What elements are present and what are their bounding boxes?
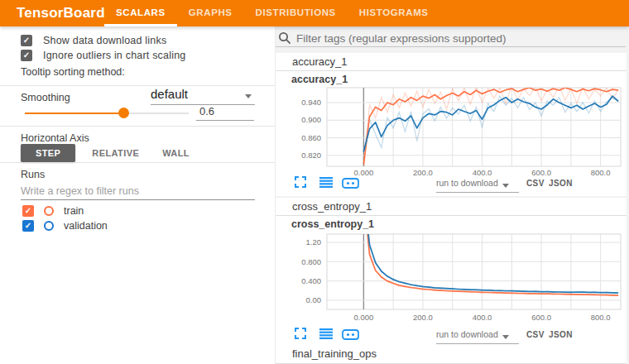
horizontal-axis-label: Horizontal Axis <box>21 132 89 144</box>
axis-step-button[interactable]: STEP <box>21 144 75 162</box>
slider-thumb[interactable] <box>118 108 129 118</box>
check-icon: ✓ <box>25 206 31 215</box>
csv-link[interactable]: CSV <box>526 330 545 339</box>
ignore-outliers-row: ✓ Ignore outliers in chart scaling <box>21 50 185 61</box>
domain-fit-icon[interactable] <box>342 328 359 343</box>
axis-wall-button[interactable]: WALL <box>151 144 201 162</box>
train-label: train <box>64 205 84 217</box>
check-icon: ✓ <box>25 221 31 230</box>
cross-entropy-chart[interactable]: 0.000.4000.8001.200.000200.0400.0600.080… <box>276 230 627 326</box>
validation-label: validation <box>64 220 108 232</box>
svg-text:800.0: 800.0 <box>591 168 611 177</box>
show-download-links-row: ✓ Show data download links <box>21 35 166 46</box>
nav-tabs: SCALARS GRAPHS DISTRIBUTIONS HISTOGRAMS <box>104 0 440 26</box>
tab-histograms[interactable]: HISTOGRAMS <box>348 0 440 26</box>
domain-fit-icon[interactable] <box>342 177 359 192</box>
json-link[interactable]: JSON <box>549 179 573 188</box>
svg-text:0.400: 0.400 <box>301 276 321 285</box>
validation-color-swatch[interactable] <box>44 221 54 231</box>
show-download-links-label: Show data download links <box>43 35 166 46</box>
svg-text:0.800: 0.800 <box>301 257 321 266</box>
csv-link[interactable]: CSV <box>526 179 545 188</box>
check-icon: ✓ <box>23 36 30 45</box>
train-checkbox[interactable]: ✓ <box>22 205 34 217</box>
show-download-links-checkbox[interactable]: ✓ <box>21 35 32 46</box>
svg-text:800.0: 800.0 <box>591 313 611 322</box>
chart-title-cross-entropy: cross_entropy_1 <box>291 218 374 230</box>
run-to-download-label: run to download <box>436 329 498 339</box>
runs-regex-input[interactable] <box>21 182 255 200</box>
svg-text:400.0: 400.0 <box>473 313 492 322</box>
run-to-download-select[interactable]: run to download <box>436 329 519 344</box>
chevron-down-icon <box>502 184 509 188</box>
tab-distributions[interactable]: DISTRIBUTIONS <box>244 0 348 26</box>
svg-text:0.940: 0.940 <box>301 98 321 107</box>
run-row-validation: ✓ validation <box>22 220 108 232</box>
tensorboard-app: TensorBoard SCALARS GRAPHS DISTRIBUTIONS… <box>0 0 629 364</box>
svg-text:600.0: 600.0 <box>531 313 551 322</box>
search-icon <box>278 31 291 45</box>
filter-tags-input[interactable] <box>296 32 626 45</box>
tab-graphs[interactable]: GRAPHS <box>177 0 244 26</box>
svg-text:200.0: 200.0 <box>413 313 433 322</box>
svg-text:0.860: 0.860 <box>301 133 321 142</box>
section-header-accuracy[interactable]: accuracy_1 <box>276 53 627 71</box>
chevron-down-icon <box>502 335 509 339</box>
svg-text:1.20: 1.20 <box>306 237 322 247</box>
smoothing-value-input[interactable]: 0.6 <box>196 105 254 121</box>
slider-fill <box>25 113 123 114</box>
horizontal-axis-buttons: STEP RELATIVE WALL <box>21 144 201 162</box>
ignore-outliers-label: Ignore outliers in chart scaling <box>43 50 185 61</box>
svg-text:0.00: 0.00 <box>306 295 322 304</box>
log-scale-icon[interactable] <box>319 176 333 191</box>
svg-text:200.0: 200.0 <box>413 168 433 177</box>
runs-label: Runs <box>21 169 45 180</box>
train-color-swatch[interactable] <box>44 206 54 216</box>
svg-text:0.000: 0.000 <box>353 168 373 177</box>
smoothing-slider: 0.6 <box>0 104 276 122</box>
run-to-download-select[interactable]: run to download <box>436 178 519 193</box>
tooltip-sort-dropdown[interactable]: default <box>151 87 255 105</box>
divider <box>0 162 276 163</box>
section-header-cross-entropy[interactable]: cross_entropy_1 <box>276 198 627 216</box>
section-header-final-training-ops[interactable]: final_training_ops <box>276 345 627 364</box>
smoothing-label: Smoothing <box>21 92 70 103</box>
fullscreen-icon[interactable] <box>295 328 306 342</box>
run-to-download-label: run to download <box>436 178 498 188</box>
tooltip-sort-label: Tooltip sorting method: <box>21 66 125 78</box>
fullscreen-icon[interactable] <box>295 176 306 191</box>
divider <box>0 126 276 127</box>
run-row-train: ✓ train <box>22 205 84 217</box>
accuracy-chart[interactable]: 0.8200.8600.9000.9400.000200.0400.0600.0… <box>276 83 627 179</box>
svg-text:0.000: 0.000 <box>353 313 373 322</box>
ignore-outliers-checkbox[interactable]: ✓ <box>21 50 32 61</box>
chevron-down-icon <box>245 94 252 98</box>
svg-text:0.900: 0.900 <box>301 115 321 124</box>
settings-sidebar: ✓ Show data download links ✓ Ignore outl… <box>0 26 276 364</box>
tooltip-sort-value: default <box>151 87 188 101</box>
log-scale-icon[interactable] <box>319 328 333 342</box>
divider <box>0 85 276 86</box>
filter-tags-row <box>276 31 626 47</box>
validation-checkbox[interactable]: ✓ <box>22 220 34 232</box>
svg-text:600.0: 600.0 <box>531 168 551 177</box>
check-icon: ✓ <box>23 50 30 60</box>
axis-relative-button[interactable]: RELATIVE <box>80 144 151 162</box>
tab-scalars[interactable]: SCALARS <box>104 0 177 26</box>
svg-text:400.0: 400.0 <box>473 168 492 177</box>
json-link[interactable]: JSON <box>549 330 573 339</box>
app-title: TensorBoard <box>17 0 105 26</box>
svg-text:0.820: 0.820 <box>301 151 321 160</box>
app-header: TensorBoard SCALARS GRAPHS DISTRIBUTIONS… <box>0 0 629 26</box>
